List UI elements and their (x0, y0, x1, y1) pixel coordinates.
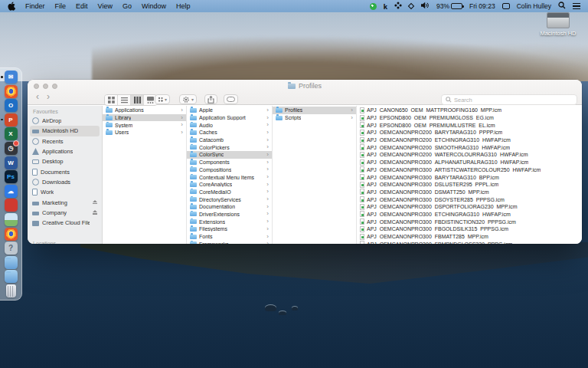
folder-row-documentation[interactable]: Documentation › (187, 203, 272, 211)
menu-item[interactable]: Finder (25, 2, 45, 10)
back-button[interactable]: ‹ (33, 91, 42, 102)
folder-row-extensions[interactable]: Extensions › (187, 218, 272, 225)
file-row[interactable]: APJ_EPSOND800_OEM_PREMIUMGLOSS_EG.icm (357, 114, 582, 122)
user-menu[interactable]: Colin Hulley (517, 2, 551, 10)
forward-button[interactable]: › (44, 91, 53, 102)
menu-item[interactable]: Help (176, 2, 191, 10)
sidebar-item-desktop[interactable]: Desktop (30, 156, 100, 166)
dock-icon-mail[interactable]: ✉ (5, 71, 18, 84)
sidebar-item-work[interactable]: Work (30, 187, 100, 197)
notification-center-icon[interactable] (573, 3, 580, 9)
fan-status-icon[interactable] (394, 2, 402, 11)
sidebar-item-recents[interactable]: Recents (30, 136, 100, 146)
sidebar-item-applications[interactable]: Applications (30, 146, 100, 156)
file-row[interactable]: APJ_OEMCANONPRO300_FBMPNDGLOSS330_PPPG.i… (357, 240, 582, 244)
file-row[interactable]: APJ_OEMCANONPRO300_DSLUSTER295_PPPL.icm (357, 181, 582, 189)
folder-row-system[interactable]: System › (103, 121, 186, 129)
dock-icon-folder-1[interactable] (5, 256, 18, 269)
dock-icon-trash[interactable] (6, 284, 16, 297)
folder-row-library[interactable]: Library › (103, 114, 186, 122)
folder-row-catacomb[interactable]: Catacomb › (187, 136, 272, 144)
dock-icon-missing-app[interactable]: ? (5, 242, 18, 255)
folder-row-driverextensions[interactable]: DriverExtensions › (187, 211, 272, 219)
sidebar-item-airdrop[interactable]: AirDrop (30, 116, 100, 126)
file-row[interactable]: APJ_CANON650_OEM_MATTPROOFING160_MPP.icm (357, 107, 582, 114)
menu-item[interactable]: Edit (76, 2, 88, 10)
sidebar-item-creative-cloud-files[interactable]: Creative Cloud Files (30, 218, 100, 228)
menu-item[interactable]: View (98, 2, 113, 10)
folder-row-coreanalytics[interactable]: CoreAnalytics › (187, 181, 272, 189)
file-row[interactable]: APJ_OEMCANONPRO200_WATERCOLOURRAG310_HWF… (357, 151, 582, 159)
volume-icon[interactable] (420, 2, 430, 11)
folder-row-scripts[interactable]: Scripts › (273, 114, 356, 122)
file-row[interactable]: APJ_OEMCANONPRO300_BARYTARAG310_BPP.icm (357, 173, 582, 181)
folder-row-contextual-menu-items[interactable]: Contextual Menu Items › (187, 173, 272, 181)
dock-icon-firefox-2[interactable] (5, 228, 18, 241)
column-view-button[interactable] (131, 95, 144, 105)
icon-view-button[interactable] (105, 95, 118, 105)
apple-menu-icon[interactable] (8, 2, 15, 11)
folder-row-colorsync[interactable]: ColorSync › (187, 151, 272, 159)
file-row[interactable]: APJ_OEMCANONPRO300_FBMATT285_MPP.icm (357, 233, 582, 241)
desktop-volume-macintosh-hd[interactable]: Macintosh HD (538, 12, 578, 37)
dock-icon-photos[interactable] (5, 213, 18, 226)
file-row[interactable]: APJ_OEMCANONPRO300_FBDISTINCTION320_PPPS… (357, 218, 582, 225)
folder-row-compositions[interactable]: Compositions › (187, 166, 272, 174)
menu-item[interactable]: File (55, 2, 67, 10)
folder-row-fonts[interactable]: Fonts › (187, 233, 272, 241)
folder-row-users[interactable]: Users › (103, 129, 186, 136)
folder-row-directoryservices[interactable]: DirectoryServices › (187, 196, 272, 203)
battery-indicator[interactable]: 93% (436, 2, 462, 10)
file-row[interactable]: APJ_OEMCANONPRO300_ALPHANATURALRAG310_HW… (357, 159, 582, 166)
spotlight-search-icon[interactable] (558, 2, 566, 11)
folder-row-frameworks[interactable]: Frameworks › (187, 240, 272, 244)
file-row[interactable]: APJ_OEMCANONPRO300_DSMATT250_MPP.icm (357, 189, 582, 196)
folder-row-application-support[interactable]: Application Support › (187, 114, 272, 122)
sidebar-item-marketing[interactable]: Marketing (30, 197, 100, 207)
file-row[interactable]: APJ_OEMCANONPRO300_ARTISTICWATERCOLOUR25… (357, 166, 582, 174)
list-view-button[interactable] (118, 95, 131, 105)
file-row[interactable]: APJ_OEMCANONPRO300_ETCHINGRAG310_HWFAP.i… (357, 211, 582, 219)
menu-bar-clock[interactable]: Fri 09:23 (469, 2, 495, 10)
sidebar-item-downloads[interactable]: Downloads (30, 177, 100, 187)
dock-icon-powerpoint[interactable]: P (5, 113, 18, 127)
dock-icon-onedrive[interactable]: ☁ (5, 185, 18, 198)
file-row[interactable]: APJ_OEMCANONPRO300_DSOYSTER285_PPPSG.icm (357, 196, 582, 203)
dock-icon-firefox[interactable] (5, 85, 18, 98)
dock-icon-photoshop[interactable]: Ps (5, 170, 18, 183)
file-row[interactable]: APJ_OEMCANONPRO200_ETCHINGRAG310_HWFAP.i… (357, 136, 582, 144)
folder-row-audio[interactable]: Audio › (187, 121, 272, 129)
menu-item[interactable]: Go (122, 2, 132, 10)
dock-icon-word[interactable]: W (5, 156, 18, 169)
file-row[interactable]: APJ_OEMCANONPRO200_BARYTARAG310_PPPP.icm (357, 129, 582, 136)
eject-icon[interactable] (93, 200, 97, 202)
folder-row-components[interactable]: Components › (187, 159, 272, 166)
sidebar-item-company[interactable]: Company (30, 208, 100, 218)
file-row[interactable]: APJ_OEMCANONPRO200_SMOOTHRAG310_HWFAP.ic… (357, 143, 582, 151)
diamond-status-icon[interactable] (408, 3, 414, 9)
keybase-status-icon[interactable]: k (384, 2, 387, 11)
folder-row-applications[interactable]: Applications › (103, 107, 186, 114)
menu-item[interactable]: Window (142, 2, 166, 10)
display-status-icon[interactable] (502, 3, 510, 9)
folder-row-caches[interactable]: Caches › (187, 129, 272, 136)
search-field[interactable]: Search (441, 94, 577, 105)
file-row[interactable]: APJ_EPSOND800_OEM_PREMIUMLUSTRE_EL.icm (357, 121, 582, 129)
folder-row-filesystems[interactable]: Filesystems › (187, 225, 272, 233)
folder-row-profiles[interactable]: Profiles › (273, 107, 356, 114)
dock-icon-folder-2[interactable] (5, 270, 18, 283)
file-row[interactable]: APJ_OEMCANONPRO300_FBGOLDSILK315_PPPSG.i… (357, 225, 582, 233)
folder-row-coremediaio[interactable]: CoreMediaIO › (187, 189, 272, 196)
dock-icon-excel[interactable]: X (5, 127, 18, 140)
group-by-button[interactable]: ▾ (155, 94, 170, 104)
eject-icon[interactable] (93, 210, 97, 212)
folder-row-colorpickers[interactable]: ColorPickers › (187, 143, 272, 151)
folder-row-apple[interactable]: Apple › (187, 107, 272, 114)
sidebar-item-macintosh-hd[interactable]: Macintosh HD (30, 126, 100, 136)
share-button[interactable] (204, 94, 217, 104)
dock-icon-red-app[interactable] (5, 199, 18, 212)
green-app-status-icon[interactable] (370, 3, 377, 10)
action-menu-button[interactable]: ▾ (179, 94, 197, 104)
tag-button[interactable] (224, 94, 238, 104)
dock-icon-clock-app[interactable]: ◷ (5, 142, 18, 155)
